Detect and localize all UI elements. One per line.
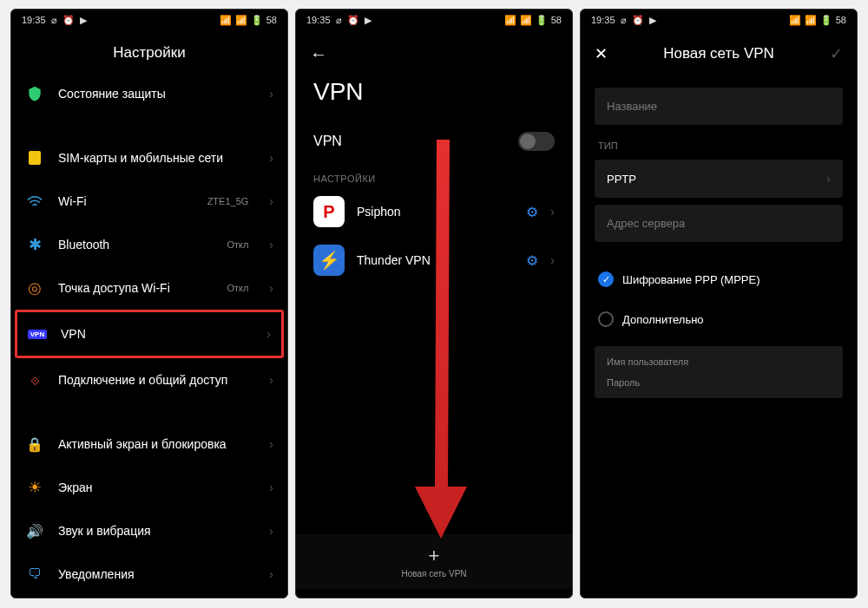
battery-icon: 🔋 bbox=[820, 15, 832, 26]
settings-item-sharing[interactable]: ⟐ Подключение и общий доступ › bbox=[11, 358, 287, 402]
status-bar: 19:35 ⌀ ⏰ ▶ 📶 📶 🔋 58 bbox=[296, 10, 572, 30]
settings-item-hotspot[interactable]: ◎ Точка доступа Wi-Fi Откл › bbox=[11, 266, 287, 310]
battery-icon: 🔋 bbox=[251, 15, 263, 26]
chevron-right-icon: › bbox=[269, 437, 273, 451]
media-icon: ▶ bbox=[365, 15, 372, 26]
page-title: Настройки bbox=[11, 30, 287, 72]
signal-icon: 📶 bbox=[220, 15, 232, 26]
advanced-label: Дополнительно bbox=[622, 313, 704, 326]
item-label: Точка доступа Wi-Fi bbox=[58, 281, 213, 295]
chevron-right-icon: › bbox=[269, 567, 273, 581]
brightness-icon: ☀ bbox=[25, 478, 44, 497]
page-title: VPN bbox=[296, 71, 572, 120]
wifi-icon bbox=[25, 192, 44, 211]
status-time: 19:35 bbox=[306, 15, 331, 25]
alarm-icon: ⏰ bbox=[632, 15, 644, 26]
page-title: Новая сеть VPN bbox=[663, 45, 774, 62]
settings-item-bluetooth[interactable]: ✱ Bluetooth Откл › bbox=[11, 223, 287, 266]
item-label: Wi-Fi bbox=[58, 194, 194, 208]
dnd-icon: ⌀ bbox=[621, 15, 627, 26]
settings-item-security[interactable]: Состояние защиты › bbox=[11, 72, 287, 115]
status-time: 19:35 bbox=[22, 15, 46, 25]
item-label: Подключение и общий доступ bbox=[58, 373, 255, 387]
back-button[interactable]: ← bbox=[310, 44, 327, 64]
settings-item-display[interactable]: ☀ Экран › bbox=[11, 466, 287, 509]
item-label: VPN bbox=[61, 327, 253, 341]
item-sublabel: Откл bbox=[227, 283, 248, 293]
media-icon: ▶ bbox=[649, 15, 656, 26]
sound-icon: 🔊 bbox=[25, 521, 44, 540]
confirm-button[interactable]: ✓ bbox=[830, 44, 843, 63]
vpn-icon: VPN bbox=[28, 324, 47, 343]
item-label: SIM-карты и мобильные сети bbox=[58, 151, 255, 165]
credentials-block: Имя пользователя Пароль bbox=[595, 346, 843, 398]
battery-pct: 58 bbox=[266, 15, 277, 25]
close-button[interactable]: ✕ bbox=[595, 44, 608, 63]
psiphon-icon: P bbox=[313, 196, 345, 227]
item-label: Bluetooth bbox=[58, 238, 213, 252]
signal-icon: 📶 bbox=[789, 15, 801, 26]
settings-screen: 19:35 ⌀ ⏰ ▶ 📶 📶 🔋 58 Настройки Состояние… bbox=[10, 9, 288, 598]
signal-icon: 📶 bbox=[504, 15, 516, 26]
encryption-label: Шифрование PPP (MPPE) bbox=[622, 273, 760, 286]
new-vpn-screen: 19:35 ⌀ ⏰ ▶ 📶 📶 🔋 58 ✕ Новая сеть VPN ✓ … bbox=[580, 9, 858, 598]
chevron-right-icon: › bbox=[269, 87, 273, 101]
app-name: Psiphon bbox=[357, 205, 514, 219]
dnd-icon: ⌀ bbox=[51, 15, 57, 26]
lock-icon: 🔒 bbox=[25, 435, 44, 454]
add-vpn-button[interactable]: + Новая сеть VPN bbox=[296, 534, 572, 589]
type-label: ТИП bbox=[581, 132, 857, 153]
settings-item-sound[interactable]: 🔊 Звук и вибрация › bbox=[11, 509, 287, 552]
alarm-icon: ⏰ bbox=[347, 15, 359, 26]
battery-pct: 58 bbox=[551, 15, 562, 25]
bluetooth-icon: ✱ bbox=[25, 235, 44, 254]
settings-item-vpn[interactable]: VPN VPN › bbox=[15, 310, 284, 358]
username-field[interactable]: Имя пользователя bbox=[595, 351, 843, 372]
chevron-right-icon: › bbox=[550, 205, 555, 219]
item-label: Активный экран и блокировка bbox=[58, 437, 255, 451]
vpn-list-screen: 19:35 ⌀ ⏰ ▶ 📶 📶 🔋 58 ← VPN VPN НАСТРОЙКИ… bbox=[295, 9, 573, 598]
hotspot-icon: ◎ bbox=[25, 278, 44, 297]
chevron-right-icon: › bbox=[269, 238, 273, 252]
item-label: Звук и вибрация bbox=[58, 524, 255, 538]
item-sublabel: Откл bbox=[227, 239, 248, 250]
add-vpn-label: Новая сеть VPN bbox=[306, 569, 562, 579]
item-sublabel: ZTE1_5G bbox=[207, 196, 249, 206]
toggle-label: VPN bbox=[313, 134, 342, 149]
vpn-master-toggle-row[interactable]: VPN bbox=[296, 120, 572, 163]
sim-icon bbox=[25, 148, 44, 167]
thunder-icon: ⚡ bbox=[313, 245, 345, 276]
server-address-input[interactable]: Адрес сервера bbox=[595, 205, 843, 242]
wifi-status-icon: 📶 bbox=[805, 15, 817, 26]
item-label: Экран bbox=[58, 481, 255, 494]
settings-item-notifications[interactable]: 🗨 Уведомления › bbox=[11, 552, 287, 596]
vpn-toggle[interactable] bbox=[518, 132, 555, 151]
plus-icon: + bbox=[306, 545, 562, 567]
vpn-type-select[interactable]: PPTP › bbox=[595, 160, 843, 198]
status-time: 19:35 bbox=[591, 15, 615, 25]
media-icon: ▶ bbox=[80, 15, 87, 26]
wifi-status-icon: 📶 bbox=[235, 15, 247, 26]
vpn-app-thunder[interactable]: ⚡ Thunder VPN ⚙ › bbox=[296, 236, 572, 284]
settings-item-lockscreen[interactable]: 🔒 Активный экран и блокировка › bbox=[11, 422, 287, 466]
settings-item-wifi[interactable]: Wi-Fi ZTE1_5G › bbox=[11, 180, 287, 223]
vpn-app-psiphon[interactable]: P Psiphon ⚙ › bbox=[296, 187, 572, 236]
chevron-right-icon: › bbox=[269, 194, 273, 208]
advanced-checkbox-row[interactable]: Дополнительно bbox=[581, 299, 857, 339]
wifi-status-icon: 📶 bbox=[520, 15, 532, 26]
password-field[interactable]: Пароль bbox=[595, 372, 843, 393]
battery-icon: 🔋 bbox=[536, 15, 548, 26]
item-label: Состояние защиты bbox=[58, 87, 255, 101]
vpn-name-input[interactable]: Название bbox=[595, 88, 843, 125]
settings-item-sim[interactable]: SIM-карты и мобильные сети › bbox=[11, 136, 287, 180]
battery-pct: 58 bbox=[836, 15, 846, 25]
dnd-icon: ⌀ bbox=[336, 15, 342, 26]
chevron-right-icon: › bbox=[269, 281, 273, 295]
encryption-checkbox-row[interactable]: ✓ Шифрование PPP (MPPE) bbox=[581, 259, 857, 299]
gear-icon[interactable]: ⚙ bbox=[526, 204, 538, 220]
checkbox-checked-icon: ✓ bbox=[598, 271, 614, 287]
chevron-right-icon: › bbox=[269, 373, 273, 387]
item-label: Уведомления bbox=[58, 567, 255, 581]
gear-icon[interactable]: ⚙ bbox=[526, 252, 538, 269]
chevron-right-icon: › bbox=[269, 151, 273, 165]
